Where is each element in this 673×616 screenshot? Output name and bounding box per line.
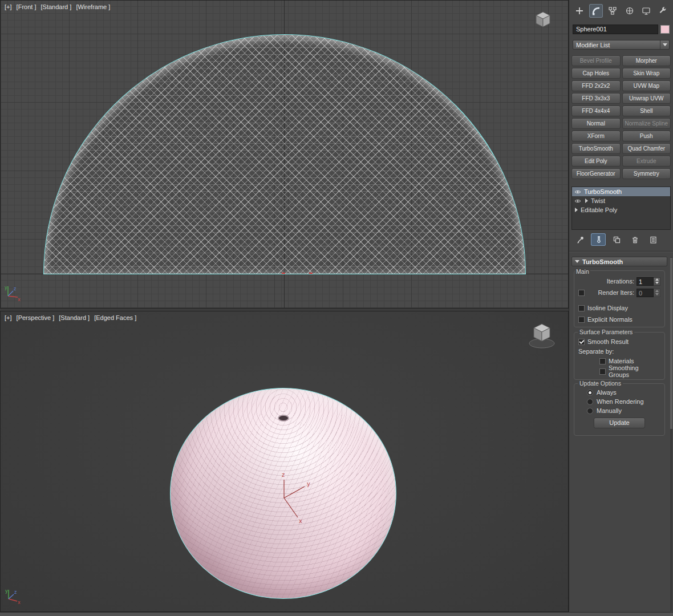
panel-scrollbar-thumb[interactable] (670, 258, 672, 429)
modifier-button-edit-poly[interactable]: Edit Poly (571, 156, 621, 167)
stack-item-twist[interactable]: Twist (572, 196, 670, 205)
modifier-button-normal[interactable]: Normal (571, 118, 621, 129)
manually-radio[interactable] (587, 408, 593, 414)
viewport-shading-menu[interactable]: [Edged Faces ] (94, 314, 136, 321)
render-iters-input[interactable]: 0 (636, 289, 654, 297)
svg-text:z: z (14, 286, 16, 291)
pivot-tick (309, 273, 313, 274)
modifier-button-skin-wrap[interactable]: Skin Wrap (622, 68, 671, 79)
status-strip (0, 612, 673, 616)
stack-item-label: Twist (591, 197, 605, 204)
command-panel-tabs (571, 3, 671, 19)
modifier-button-uvw-map[interactable]: UVW Map (622, 80, 671, 91)
when-rendering-row: When Rendering (574, 397, 664, 406)
modifier-button-cap-holes[interactable]: Cap Holes (571, 68, 621, 79)
object-axis-tripod-icon: z y x (267, 468, 318, 524)
dropdown-arrow-icon (660, 40, 669, 49)
stack-item-turbosmooth[interactable]: TurboSmooth (572, 187, 670, 196)
motion-tab-icon[interactable] (623, 4, 636, 18)
iterations-spinner[interactable] (654, 277, 660, 286)
when-rendering-label: When Rendering (597, 398, 644, 405)
visibility-eye-icon[interactable] (574, 189, 582, 194)
render-iters-label: Render Iters: (587, 289, 634, 296)
render-iters-checkbox[interactable] (578, 290, 585, 296)
modifier-button-floorgenerator[interactable]: FloorGenerator (571, 168, 621, 179)
svg-text:z: z (14, 590, 17, 595)
modifier-button-unwrap-uvw[interactable]: Unwrap UVW (622, 93, 671, 104)
viewport-general-menu[interactable]: [+] (5, 314, 12, 321)
viewport-shading-menu[interactable]: [Wireframe ] (76, 3, 110, 10)
isoline-row: Isoline Display (574, 302, 664, 314)
modifier-list-dropdown[interactable]: Modifier List (573, 40, 670, 50)
svg-text:x: x (18, 600, 21, 605)
modifier-button-bevel-profile[interactable]: Bevel Profile (571, 55, 621, 66)
turbosmooth-rollout-header[interactable]: TurboSmooth (571, 257, 667, 266)
smooth-result-row: Smooth Result (574, 337, 664, 347)
stack-item-label: TurboSmooth (584, 188, 622, 195)
expand-arrow-icon[interactable] (574, 208, 578, 212)
utilities-tab-icon[interactable] (656, 4, 670, 18)
surface-parameters-label: Surface Parameters (578, 329, 634, 335)
render-iters-spinner[interactable] (654, 289, 660, 297)
viewport-renderer-menu[interactable]: [Standard ] (59, 314, 90, 321)
hierarchy-tab-icon[interactable] (606, 4, 619, 18)
viewport-label-front: [+] [Front ] [Standard ] [Wireframe ] (5, 3, 113, 10)
display-tab-icon[interactable] (639, 4, 653, 18)
sphere-pole-vertex (279, 416, 288, 420)
isoline-checkbox[interactable] (578, 305, 585, 311)
modifier-button-symmetry[interactable]: Symmetry (622, 168, 671, 179)
modify-tab-icon[interactable] (589, 4, 603, 18)
update-options-label: Update Options (578, 380, 623, 387)
world-axis-tripod-icon: x y z (4, 587, 21, 605)
modifier-button-morpher[interactable]: Morpher (622, 55, 671, 66)
expand-arrow-icon[interactable] (584, 198, 589, 203)
modifier-button-xform[interactable]: XForm (571, 131, 621, 141)
viewport-front[interactable]: [+] [Front ] [Standard ] [Wireframe ] x … (0, 0, 569, 309)
svg-text:y: y (5, 285, 7, 290)
smoothing-groups-checkbox[interactable] (599, 368, 606, 375)
viewport-pov-menu[interactable]: [Perspective ] (17, 314, 55, 321)
materials-checkbox[interactable] (599, 358, 606, 364)
object-name-field[interactable]: Sphere001 (573, 25, 658, 34)
wireframe-dome-mesh[interactable] (43, 34, 526, 274)
modifier-button-shell[interactable]: Shell (622, 106, 671, 116)
viewport-pov-menu[interactable]: [Front ] (17, 3, 37, 10)
viewport-renderer-menu[interactable]: [Standard ] (41, 3, 72, 10)
when-rendering-radio[interactable] (587, 399, 593, 405)
viewcube-icon[interactable] (527, 318, 557, 350)
smooth-result-label: Smooth Result (587, 338, 629, 345)
iterations-input[interactable]: 1 (636, 277, 654, 286)
viewport-label-perspective: [+] [Perspective ] [Standard ] [Edged Fa… (5, 314, 139, 321)
modifier-button-ffd-2x2x2[interactable]: FFD 2x2x2 (571, 80, 621, 91)
modifier-button-ffd-4x4x4[interactable]: FFD 4x4x4 (571, 106, 621, 116)
visibility-eye-icon[interactable] (574, 198, 582, 204)
iterations-label: Iterations: (578, 278, 634, 285)
modifier-button-push[interactable]: Push (622, 131, 671, 141)
remove-modifier-icon[interactable] (627, 233, 642, 246)
always-radio[interactable] (587, 390, 593, 396)
update-button[interactable]: Update (594, 418, 645, 428)
render-iters-row: Render Iters: 0 (574, 287, 664, 298)
materials-label: Materials (609, 358, 634, 364)
show-end-result-icon[interactable] (591, 233, 606, 246)
smoothing-groups-label: Smoothing Groups (609, 364, 660, 378)
explicit-normals-checkbox[interactable] (578, 317, 585, 323)
separate-by-row: Separate by: (574, 347, 664, 356)
stack-item-editable-poly[interactable]: Editable Poly (572, 205, 670, 214)
pin-stack-icon[interactable] (573, 233, 587, 246)
modifier-button-ffd-3x3x3[interactable]: FFD 3x3x3 (571, 93, 621, 104)
create-tab-icon[interactable] (573, 4, 586, 18)
smooth-result-checkbox[interactable] (578, 339, 585, 345)
make-unique-icon[interactable] (609, 233, 624, 246)
viewport-general-menu[interactable]: [+] (5, 3, 12, 10)
always-row: Always (574, 388, 664, 397)
modifier-button-extrude[interactable]: Extrude (622, 156, 671, 167)
object-color-swatch[interactable] (660, 25, 670, 34)
viewcube-icon[interactable] (533, 9, 553, 31)
viewport-perspective[interactable]: z y x [+] [Perspective ] [Standard ] [Ed… (0, 311, 569, 612)
modifier-button-turbosmooth[interactable]: TurboSmooth (571, 143, 621, 154)
modifier-button-normalize-spline[interactable]: Normalize Spline (622, 118, 671, 129)
modifier-button-quad-chamfer[interactable]: Quad Chamfer (622, 143, 671, 154)
configure-modifier-sets-icon[interactable] (646, 233, 660, 246)
isoline-label: Isoline Display (587, 305, 628, 311)
